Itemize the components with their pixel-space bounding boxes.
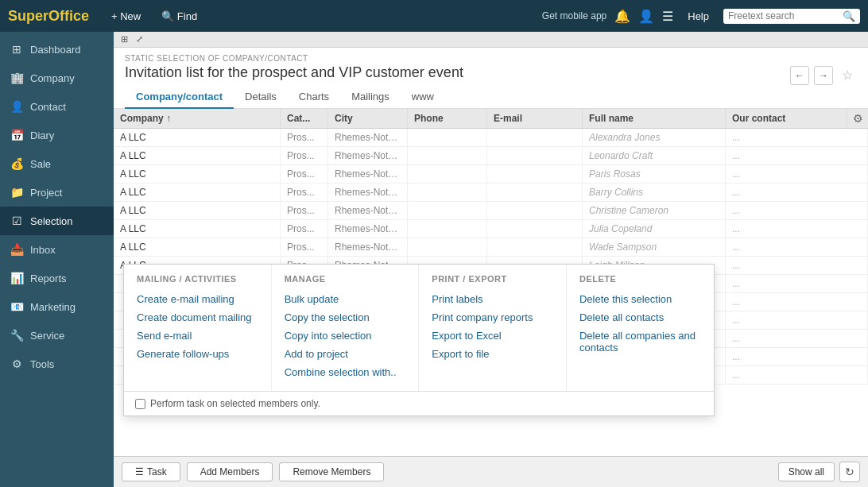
task-icon: ☰ (135, 466, 144, 477)
selected-members-checkbox[interactable] (135, 399, 145, 409)
toolbar-expand-icon[interactable]: ⤢ (134, 33, 145, 45)
dropdown-item-print-labels[interactable]: Print labels (432, 290, 553, 308)
dropdown-item-combine-selection-with--[interactable]: Combine selection with.. (285, 363, 406, 381)
find-button[interactable]: 🔍 Find (155, 7, 203, 25)
sidebar-label-sale: Sale (30, 158, 51, 170)
project-icon: 📁 (10, 185, 24, 199)
sidebar-label-tools: Tools (30, 358, 54, 370)
bottom-bar: ☰ Task Add Members Remove Members Show a… (114, 456, 868, 487)
top-toolbar: ⊞ ⤢ (114, 32, 868, 48)
main-layout: ⊞ Dashboard 🏢 Company 👤 Contact 📅 Diary … (0, 32, 868, 487)
search-input[interactable] (728, 10, 839, 21)
show-all-button[interactable]: Show all (778, 462, 835, 481)
sidebar-item-tools[interactable]: ⚙ Tools (0, 350, 114, 378)
tab-mailings[interactable]: Mailings (340, 86, 401, 109)
dropdown-section-title: PRINT / EXPORT (432, 274, 553, 284)
sidebar-label-service: Service (30, 330, 64, 342)
task-button[interactable]: ☰ Task (122, 462, 180, 481)
dropdown-section-title: DELETE (579, 274, 701, 284)
get-mobile-label: Get mobile app (542, 10, 606, 21)
new-button[interactable]: + New (105, 7, 147, 25)
dropdown-section-title: MAILING / ACTIVITIES (137, 274, 258, 284)
service-icon: 🔧 (10, 328, 24, 342)
dropdown-item-bulk-update[interactable]: Bulk update (285, 290, 406, 308)
sidebar-label-dashboard: Dashboard (30, 44, 81, 56)
dropdown-item-copy-the-selection[interactable]: Copy the selection (285, 308, 406, 327)
dropdown-item-export-to-file[interactable]: Export to file (432, 345, 553, 363)
toolbar-nav-icon[interactable]: ⊞ (118, 33, 130, 45)
dropdown-item-delete-this-selection[interactable]: Delete this selection (579, 290, 701, 308)
tab-www[interactable]: www (401, 86, 445, 109)
tabs: Company/contactDetailsChartsMailingswww (125, 86, 857, 108)
sidebar-item-reports[interactable]: 📊 Reports (0, 264, 114, 292)
sidebar-item-sale[interactable]: 💰 Sale (0, 149, 114, 178)
company-icon: 🏢 (10, 71, 24, 85)
search-icon: 🔍 (843, 10, 855, 22)
table-area: Company ↑ Cat... City Phone E-mail Full … (114, 109, 868, 456)
sidebar-label-diary: Diary (30, 129, 54, 141)
sidebar-label-reports: Reports (30, 272, 67, 284)
diary-icon: 📅 (10, 128, 24, 142)
tab-details[interactable]: Details (234, 86, 288, 109)
dropdown-overlay: MAILING / ACTIVITIESCreate e-mail mailin… (114, 109, 868, 456)
dropdown-section-manage: MANAGEBulk updateCopy the selectionCopy … (272, 265, 420, 391)
page-title: Invitation list for the prospect and VIP… (125, 64, 463, 81)
sidebar-item-project[interactable]: 📁 Project (0, 178, 114, 207)
sidebar-item-marketing[interactable]: 📧 Marketing (0, 292, 114, 321)
sidebar-label-selection: Selection (30, 215, 72, 227)
selection-icon: ☑ (10, 214, 24, 228)
dropdown-section-mailing---activities: MAILING / ACTIVITIESCreate e-mail mailin… (124, 265, 272, 391)
sidebar-label-company: Company (30, 72, 75, 84)
dropdown-item-print-company-reports[interactable]: Print company reports (432, 308, 553, 327)
dropdown-item-copy-into-selection[interactable]: Copy into selection (285, 327, 406, 345)
main-content: ⊞ ⤢ STATIC SELECTION OF COMPANY/CONTACT … (114, 32, 868, 487)
dropdown-item-generate-follow-ups[interactable]: Generate follow-ups (137, 345, 258, 363)
reports-icon: 📊 (10, 271, 24, 285)
next-button[interactable]: → (814, 66, 833, 85)
inbox-icon: 📥 (10, 242, 24, 257)
bell-icon[interactable]: 🔔 (614, 9, 630, 24)
sidebar-item-diary[interactable]: 📅 Diary (0, 121, 114, 149)
remove-members-button[interactable]: Remove Members (279, 462, 384, 481)
refresh-button[interactable]: ↻ (839, 462, 860, 482)
search-box: 🔍 (723, 9, 860, 24)
dropdown-item-add-to-project[interactable]: Add to project (285, 345, 406, 363)
sale-icon: 💰 (10, 157, 24, 171)
tab-company-contact[interactable]: Company/contact (125, 86, 234, 109)
page-label: STATIC SELECTION OF COMPANY/CONTACT (125, 54, 857, 63)
sidebar-item-inbox[interactable]: 📥 Inbox (0, 235, 114, 264)
tab-charts[interactable]: Charts (288, 86, 340, 109)
task-dropdown-menu: MAILING / ACTIVITIESCreate e-mail mailin… (123, 264, 715, 416)
dropdown-section-print---export: PRINT / EXPORTPrint labelsPrint company … (419, 265, 567, 391)
dropdown-item-create-e-mail-mailing[interactable]: Create e-mail mailing (137, 290, 258, 308)
dropdown-item-delete-all-contacts[interactable]: Delete all contacts (579, 308, 701, 327)
dropdown-item-delete-all-companies-and-contacts[interactable]: Delete all companies and contacts (579, 327, 701, 357)
favorite-button[interactable]: ☆ (838, 66, 857, 85)
dropdown-section-title: MANAGE (285, 274, 406, 284)
nav-right-area: Get mobile app 🔔 👤 ☰ Help 🔍 (542, 7, 860, 25)
dropdown-footer: Perform task on selected members only. (124, 392, 714, 415)
add-members-button[interactable]: Add Members (187, 462, 273, 481)
sidebar-label-marketing: Marketing (30, 301, 76, 313)
sidebar-item-company[interactable]: 🏢 Company (0, 64, 114, 92)
dropdown-item-send-e-mail[interactable]: Send e-mail (137, 327, 258, 345)
prev-button[interactable]: ← (790, 66, 809, 85)
selected-members-label: Perform task on selected members only. (150, 398, 320, 409)
sidebar-item-contact[interactable]: 👤 Contact (0, 92, 114, 121)
sidebar-item-service[interactable]: 🔧 Service (0, 321, 114, 350)
sidebar-item-selection[interactable]: ☑ Selection (0, 207, 114, 235)
help-button[interactable]: Help (681, 7, 715, 25)
dropdown-item-create-document-mailing[interactable]: Create document mailing (137, 308, 258, 327)
menu-icon[interactable]: ☰ (662, 9, 673, 24)
user-icon[interactable]: 👤 (638, 9, 654, 24)
dropdown-columns: MAILING / ACTIVITIESCreate e-mail mailin… (124, 265, 714, 392)
task-label: Task (147, 466, 167, 477)
dashboard-icon: ⊞ (10, 42, 24, 56)
contact-icon: 👤 (10, 99, 24, 114)
sidebar-label-project: Project (30, 187, 62, 199)
logo: SuperOffice (8, 8, 89, 25)
bottom-right: Show all ↻ (778, 462, 860, 482)
dropdown-item-export-to-excel[interactable]: Export to Excel (432, 327, 553, 345)
sidebar-label-contact: Contact (30, 101, 66, 113)
sidebar-item-dashboard[interactable]: ⊞ Dashboard (0, 35, 114, 64)
